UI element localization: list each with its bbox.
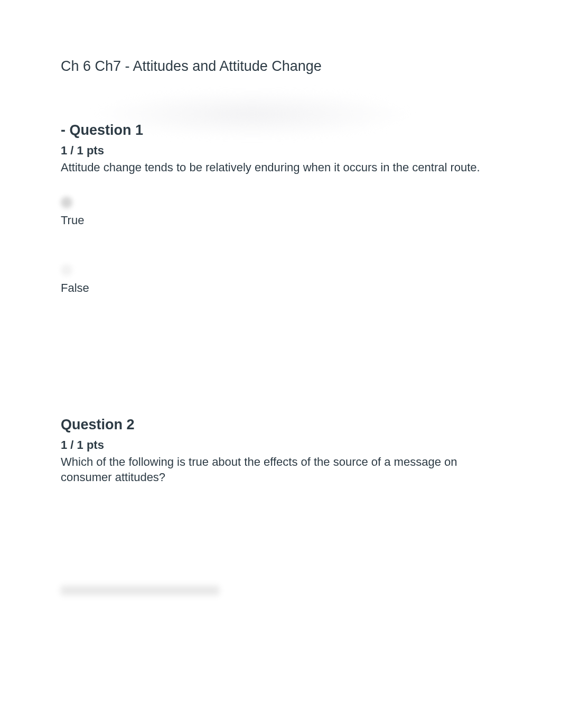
quiz-page: Ch 6 Ch7 - Attitudes and Attitude Change… xyxy=(0,0,561,713)
question-1-answer-true: True xyxy=(61,197,500,227)
question-2-points: 1 / 1 pts xyxy=(61,438,500,452)
question-1-heading: - Question 1 xyxy=(61,122,500,139)
radio-icon[interactable] xyxy=(61,264,72,276)
question-1-text: Attitude change tends to be relatively e… xyxy=(61,160,500,176)
page-title: Ch 6 Ch7 - Attitudes and Attitude Change xyxy=(61,58,500,75)
answer-label: True xyxy=(61,214,500,227)
radio-icon[interactable] xyxy=(61,197,72,208)
obscured-answers-region xyxy=(61,586,500,681)
obscured-line xyxy=(61,586,219,595)
answer-label: False xyxy=(61,281,500,295)
question-2-text: Which of the following is true about the… xyxy=(61,454,500,485)
question-1-points: 1 / 1 pts xyxy=(61,144,500,158)
question-2-heading: Question 2 xyxy=(61,417,500,433)
question-1-answer-false: False xyxy=(61,264,500,295)
